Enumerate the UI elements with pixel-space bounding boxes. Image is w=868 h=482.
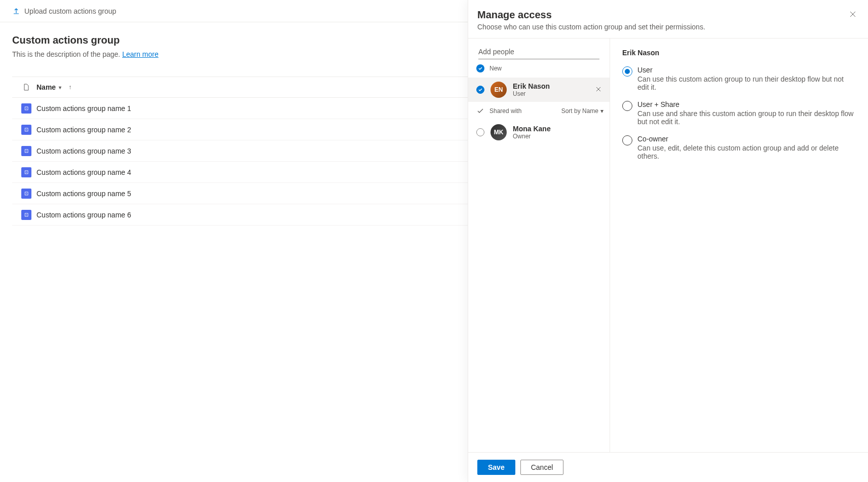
sort-asc-icon: ↑ [68, 84, 71, 91]
file-icon [22, 83, 30, 91]
person-row-mona-kane[interactable]: MK Mona Kane Owner [468, 120, 610, 144]
person-name: Mona Kane [513, 125, 551, 133]
page-description-text: This is the description of the page. [12, 50, 120, 58]
person-role: Owner [513, 133, 551, 140]
new-section-header: New [468, 59, 610, 78]
selection-radio[interactable] [476, 128, 484, 136]
avatar-initials: EN [495, 86, 503, 93]
panel-body: New EN Erik Nason User Shared with [468, 39, 868, 452]
avatar: MK [490, 124, 507, 140]
permission-label: User + Share [637, 100, 856, 108]
panel-header: Manage access Choose who can use this cu… [468, 0, 868, 39]
new-section-label: New [489, 65, 502, 72]
row-type-icon: ⊡ [16, 103, 36, 114]
permission-text: Co-owner Can use, edit, delete this cust… [637, 135, 856, 160]
panel-subtitle: Choose who can use this custom action gr… [477, 23, 856, 31]
close-button[interactable] [849, 10, 857, 18]
person-role: User [513, 90, 550, 97]
person-text: Mona Kane Owner [513, 125, 551, 140]
permission-option[interactable]: User Can use this custom action group to… [622, 66, 856, 91]
checkmark-circle-icon [476, 64, 484, 72]
row-type-icon: ⊡ [16, 189, 36, 199]
save-button[interactable]: Save [477, 460, 515, 475]
avatar-initials: MK [494, 129, 504, 136]
radio-button[interactable] [622, 135, 632, 145]
sort-people-button[interactable]: Sort by Name ▾ [561, 107, 603, 115]
radio-button[interactable] [622, 101, 632, 111]
row-type-icon: ⊡ [16, 210, 36, 220]
upload-icon [12, 7, 20, 15]
shared-section-header: Shared with Sort by Name ▾ [468, 102, 610, 120]
add-people-input[interactable] [478, 45, 599, 59]
learn-more-link[interactable]: Learn more [122, 50, 159, 58]
person-name: Erik Nason [513, 82, 550, 90]
panel-title: Manage access [477, 9, 856, 21]
column-icon-header [16, 83, 36, 91]
chevron-down-icon: ▾ [600, 107, 603, 115]
row-type-icon: ⊡ [16, 125, 36, 135]
permission-label: Co-owner [637, 135, 856, 143]
manage-access-panel: Manage access Choose who can use this cu… [468, 0, 868, 482]
permission-description: Can use and share this custom action gro… [637, 109, 856, 126]
chevron-down-icon: ▾ [59, 85, 61, 90]
radio-button[interactable] [622, 66, 632, 77]
close-icon [849, 10, 857, 18]
add-people-wrap [468, 39, 610, 59]
row-type-icon: ⊡ [16, 146, 36, 156]
row-type-icon: ⊡ [16, 167, 36, 177]
sort-label-text: Sort by Name [561, 107, 598, 115]
permission-label: User [637, 66, 856, 74]
permission-option[interactable]: User + Share Can use and share this cust… [622, 100, 856, 126]
permissions-title: Erik Nason [622, 49, 856, 57]
permission-text: User Can use this custom action group to… [637, 66, 856, 91]
upload-label: Upload custom actions group [24, 7, 116, 15]
checkmark-icon [476, 107, 484, 115]
permission-description: Can use, edit, delete this custom action… [637, 144, 856, 160]
permissions-column: Erik Nason User Can use this custom acti… [610, 39, 868, 452]
selection-check-icon [476, 86, 484, 94]
avatar: EN [490, 82, 507, 98]
upload-actions-group-button[interactable]: Upload custom actions group [12, 7, 116, 15]
permission-option[interactable]: Co-owner Can use, edit, delete this cust… [622, 135, 856, 160]
column-name-label: Name [36, 83, 56, 91]
remove-person-button[interactable] [595, 86, 601, 94]
permission-text: User + Share Can use and share this cust… [637, 100, 856, 126]
cancel-button[interactable]: Cancel [520, 460, 564, 475]
permission-description: Can use this custom action group to run … [637, 75, 856, 91]
shared-section-label: Shared with [489, 107, 521, 115]
person-row-erik-nason[interactable]: EN Erik Nason User [468, 78, 610, 102]
people-column: New EN Erik Nason User Shared with [468, 39, 610, 452]
panel-footer: Save Cancel [468, 452, 868, 482]
close-icon [595, 86, 601, 92]
person-text: Erik Nason User [513, 82, 550, 97]
